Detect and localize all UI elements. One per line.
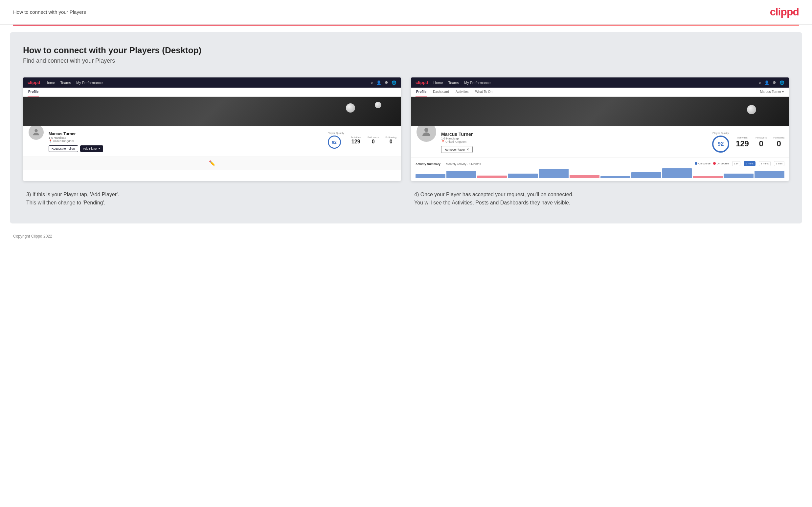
left-nav-teams[interactable]: Teams bbox=[60, 81, 71, 84]
filter-1yr[interactable]: 1 yr bbox=[732, 161, 741, 166]
right-hero-ball-1 bbox=[747, 105, 756, 114]
search-icon[interactable]: ⌕ bbox=[371, 80, 373, 85]
screenshot-right: clippd Home Teams My Performance ⌕ 👤 ⚙ 🌐… bbox=[411, 77, 789, 181]
globe-icon[interactable]: 🌐 bbox=[392, 80, 397, 85]
main-content: How to connect with your Players (Deskto… bbox=[10, 32, 802, 223]
left-player-location: 📍 United Kingdom bbox=[49, 139, 324, 143]
right-tab-whattoon[interactable]: What To On bbox=[475, 88, 493, 97]
activity-section: Activity Summary Monthly Activity · 6 Mo… bbox=[411, 158, 789, 181]
bar-7 bbox=[601, 176, 630, 178]
right-nav-home[interactable]: Home bbox=[433, 81, 443, 84]
page-subheading: Find and connect with your Players bbox=[23, 57, 789, 64]
right-search-icon[interactable]: ⌕ bbox=[759, 80, 761, 85]
hero-ball-1 bbox=[346, 103, 355, 113]
close-icon: ✕ bbox=[466, 148, 469, 151]
right-player-name: Marcus Turner bbox=[441, 131, 708, 137]
hero-ball-2 bbox=[375, 102, 382, 108]
settings-icon[interactable]: ⚙ bbox=[385, 80, 388, 85]
left-player-name: Marcus Turner bbox=[49, 131, 324, 136]
location-pin-icon: 📍 bbox=[49, 139, 52, 143]
right-user-icon[interactable]: 👤 bbox=[764, 80, 769, 85]
description-right: 4) Once your Player has accepted your re… bbox=[411, 191, 789, 207]
left-profile-info: Marcus Turner 1-5 Handicap 📍 United King… bbox=[49, 130, 324, 152]
request-follow-button[interactable]: Request to Follow bbox=[49, 146, 78, 152]
left-nav-home[interactable]: Home bbox=[45, 81, 55, 84]
right-followers-label: Followers bbox=[756, 136, 767, 139]
bar-3 bbox=[477, 176, 507, 178]
edit-icon: ✏️ bbox=[209, 160, 215, 166]
left-stat-followers: Followers 0 bbox=[367, 136, 379, 145]
right-tab-dashboard[interactable]: Dashboard bbox=[432, 88, 450, 97]
right-profile-info: Marcus Turner 1-5 Handicap 📍 United King… bbox=[441, 130, 708, 153]
left-stat-activities: Activities 129 bbox=[351, 136, 361, 145]
svg-point-1 bbox=[424, 128, 428, 132]
off-course-dot bbox=[713, 162, 716, 165]
activity-period: Monthly Activity · 6 Months bbox=[446, 162, 481, 166]
left-activities-value: 129 bbox=[351, 139, 361, 145]
left-following-value: 0 bbox=[385, 139, 397, 145]
right-tab-player-selector[interactable]: Marcus Turner ▾ bbox=[759, 88, 784, 97]
bar-6 bbox=[570, 175, 600, 178]
left-edit-area: ✏️ bbox=[23, 157, 401, 170]
right-globe-icon[interactable]: 🌐 bbox=[779, 80, 784, 85]
right-nav-logo: clippd bbox=[415, 80, 428, 85]
left-stats: Player Quality 92 Activities 129 Followe… bbox=[328, 130, 397, 149]
avatar-icon bbox=[32, 128, 41, 137]
bar-8 bbox=[631, 172, 661, 178]
remove-player-button[interactable]: Remove Player ✕ bbox=[441, 146, 473, 153]
bar-5 bbox=[539, 169, 569, 178]
left-nav-performance[interactable]: My Performance bbox=[76, 81, 103, 84]
user-icon[interactable]: 👤 bbox=[376, 80, 382, 85]
bar-11 bbox=[724, 174, 754, 178]
right-stat-following: Following 0 bbox=[773, 136, 784, 148]
filter-3mths[interactable]: 3 mths bbox=[759, 161, 771, 166]
bar-2 bbox=[446, 171, 476, 178]
activity-legend: On course Off course bbox=[695, 162, 729, 165]
right-settings-icon[interactable]: ⚙ bbox=[773, 80, 776, 85]
right-following-value: 0 bbox=[773, 139, 784, 148]
filter-1mth[interactable]: 1 mth bbox=[774, 161, 784, 166]
left-followers-value: 0 bbox=[367, 139, 379, 145]
right-activities-value: 129 bbox=[736, 139, 749, 148]
on-course-dot bbox=[695, 162, 697, 165]
add-player-button[interactable]: Add Player + bbox=[80, 146, 103, 152]
bar-1 bbox=[415, 174, 445, 178]
bar-12 bbox=[755, 171, 784, 178]
left-tab-profile[interactable]: Profile bbox=[28, 88, 39, 97]
right-tab-profile[interactable]: Profile bbox=[415, 88, 427, 97]
right-location-pin-icon: 📍 bbox=[441, 140, 445, 144]
right-stat-activities: Activities 129 bbox=[736, 136, 749, 148]
left-quality-label: Player Quality bbox=[328, 131, 344, 134]
right-avatar-icon bbox=[420, 126, 432, 138]
left-nav-icons: ⌕ 👤 ⚙ 🌐 bbox=[371, 80, 397, 85]
left-following-label: Following bbox=[385, 136, 397, 139]
right-quality: Player Quality 92 bbox=[712, 131, 729, 153]
right-tab-activities[interactable]: Activities bbox=[455, 88, 469, 97]
left-navbar: clippd Home Teams My Performance ⌕ 👤 ⚙ 🌐 bbox=[23, 77, 401, 88]
right-buttons: Remove Player ✕ bbox=[441, 146, 708, 153]
left-quality-circle: 92 bbox=[328, 135, 341, 149]
description-left: 3) If this is your Player tap, 'Add Play… bbox=[23, 191, 401, 207]
breadcrumb: How to connect with your Players bbox=[13, 9, 86, 15]
screenshot-left: clippd Home Teams My Performance ⌕ 👤 ⚙ 🌐… bbox=[23, 77, 401, 181]
activity-header: Activity Summary Monthly Activity · 6 Mo… bbox=[415, 161, 784, 166]
right-hero bbox=[411, 97, 789, 126]
left-tabs: Profile bbox=[23, 88, 401, 97]
right-activities-label: Activities bbox=[736, 136, 749, 139]
left-nav-logo: clippd bbox=[28, 80, 40, 85]
right-nav-teams[interactable]: Teams bbox=[448, 81, 459, 84]
activity-title: Activity Summary bbox=[415, 162, 441, 166]
left-buttons: Request to Follow Add Player + bbox=[49, 146, 324, 152]
right-quality-circle: 92 bbox=[712, 135, 729, 153]
left-activities-label: Activities bbox=[351, 136, 361, 139]
bar-9 bbox=[662, 168, 692, 178]
accent-line bbox=[13, 24, 799, 25]
right-nav-performance[interactable]: My Performance bbox=[464, 81, 491, 84]
plus-icon: + bbox=[99, 147, 100, 150]
right-profile: Marcus Turner 1-5 Handicap 📍 United King… bbox=[411, 126, 789, 158]
filter-6mths[interactable]: 6 mths bbox=[744, 161, 756, 166]
legend-on-course: On course bbox=[695, 162, 711, 165]
left-player-handicap: 1-5 Handicap bbox=[49, 136, 324, 139]
left-stat-following: Following 0 bbox=[385, 136, 397, 145]
description-left-text: 3) If this is your Player tap, 'Add Play… bbox=[26, 191, 398, 207]
